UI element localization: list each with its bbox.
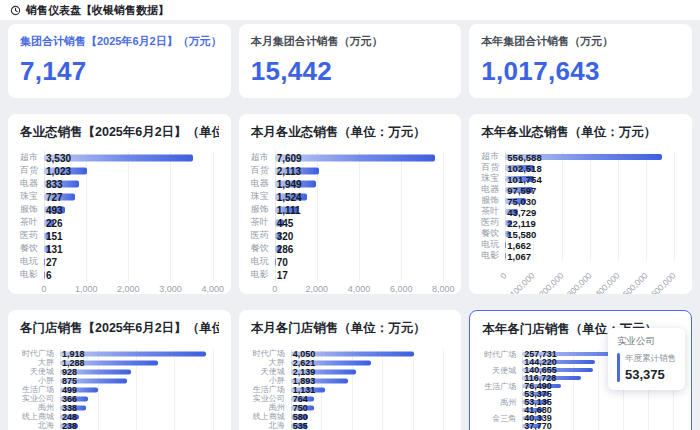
gridline <box>213 349 214 430</box>
bar-value-label: 226 <box>46 217 63 228</box>
kpi-title-year: 本年集团合计销售（万元） <box>481 34 680 49</box>
x-axis-tick: 4,000 <box>348 284 371 294</box>
x-axis-tick: 4,000 <box>201 284 224 294</box>
chart-tooltip: 实业公司 年度累计销售 53,375 <box>608 328 685 390</box>
bar-row: 445 <box>275 216 444 229</box>
bar-value-label: 1,023 <box>46 165 71 176</box>
kpi-card-group-month: 本月集团合计销售（万元） 15,442 <box>239 24 462 98</box>
category-label: 百货 <box>251 164 275 177</box>
bar-value-label: 27 <box>46 256 57 267</box>
bar[interactable] <box>44 271 45 278</box>
bar-row: 27 <box>44 255 213 268</box>
bar-row: 101,754 <box>505 173 674 184</box>
kpi-value-month: 15,442 <box>251 56 450 87</box>
bar-row: 875 <box>60 376 213 385</box>
bar-row: 6 <box>44 268 213 281</box>
bar-value-label: 17 <box>277 269 288 280</box>
bar-value-label: 101,754 <box>507 173 541 184</box>
dashboard-grid: 集团合计销售【2025年6月2日】（万元） 7,147 本月集团合计销售（万元）… <box>0 20 700 430</box>
bar-value-label: 97,597 <box>507 184 536 195</box>
category-label: 百货 <box>20 164 44 177</box>
gridline <box>443 349 444 430</box>
kpi-value-daily: 7,147 <box>20 56 219 87</box>
category-label: 电器 <box>20 177 44 190</box>
bar-value-label: 7,609 <box>277 152 302 163</box>
chart-panel-store-month: 本月各门店销售（单位：万元） 时代广场大胖天使城小胖生活广场实业公司禹州线上商城… <box>239 310 462 430</box>
kpi-card-group-daily: 集团合计销售【2025年6月2日】（万元） 7,147 <box>8 24 231 98</box>
bar-row: 556,588 <box>505 151 674 162</box>
bar-row: 102,518 <box>505 162 674 173</box>
bar-row: 1,662 <box>505 239 674 250</box>
kpi-title-month: 本月集团合计销售（万元） <box>251 34 450 49</box>
bar-value-label: 151 <box>46 230 63 241</box>
x-axis-tick: 8,000 <box>432 284 455 294</box>
x-axis: 0100,000200,000300,000400,000500,000600,… <box>505 261 674 293</box>
bar-value-label: 15,580 <box>507 228 536 239</box>
x-axis-tick: 3,000 <box>159 284 182 294</box>
x-axis-tick: 2,000 <box>306 284 329 294</box>
category-axis: 时代广场大胖天使城小胖生活广场实业公司禹州线上商城北海 <box>20 349 60 430</box>
x-axis: 02,0004,0006,0008,000 <box>275 281 444 294</box>
bar-row: 15,580 <box>505 228 674 239</box>
bar[interactable] <box>275 271 276 278</box>
bar-row: 7,609 <box>275 151 444 164</box>
bar-value-label: 1,524 <box>277 191 302 202</box>
x-axis-tick: 1,000 <box>75 284 98 294</box>
chart-panel-business-daily: 各业态销售【2025年6月2日】（单位：万... 超市百货电器珠宝服饰茶叶医药餐… <box>8 114 231 294</box>
bar-value-label: 1,111 <box>277 204 301 215</box>
category-label: 金三角 <box>482 414 522 422</box>
kpi-card-group-year: 本年集团合计销售（万元） 1,017,643 <box>469 24 692 98</box>
category-axis: 时代广场大胖天使城小胖生活广场实业公司禹州线上商城北海 <box>251 349 291 430</box>
bar-row: 97,597 <box>505 184 674 195</box>
chart-title: 本月各业态销售（单位：万元） <box>251 124 450 141</box>
chart-panel-business-month: 本月各业态销售（单位：万元） 超市百货电器珠宝服饰茶叶医药餐饮电玩电影7,609… <box>239 114 462 294</box>
category-label: 电玩 <box>20 255 44 268</box>
bar-value-label: 131 <box>46 243 63 254</box>
bar-chart: 时代广场大胖天使城小胖生活广场实业公司禹州线上商城北海4,0502,6212,1… <box>251 349 450 430</box>
bar-row: 1,023 <box>44 164 213 177</box>
chart-panel-store-year: 本年各门店销售（单位：万元） 时代广场天使城生活广场禹州金三角金汇257,731… <box>469 310 692 430</box>
chart-title: 各门店销售【2025年6月2日】（单位：万... <box>20 320 219 337</box>
bar-value-label: 70 <box>277 256 288 267</box>
bar-row: 248 <box>60 412 213 421</box>
bar-row: 764 <box>291 394 444 403</box>
x-axis: 01,0002,0003,0004,000 <box>44 281 213 294</box>
plot-area: 556,588102,518101,75497,59775,03043,7292… <box>505 151 674 293</box>
bar-row: 499 <box>60 385 213 394</box>
chart-title: 各业态销售【2025年6月2日】（单位：万... <box>20 124 219 141</box>
bar-value-label: 3,530 <box>46 152 71 163</box>
bar-row: 366 <box>60 394 213 403</box>
x-axis-tick: 0 <box>41 284 46 294</box>
bar[interactable] <box>505 242 506 248</box>
bar-row: 535 <box>291 421 444 430</box>
category-label: 珠宝 <box>251 190 275 203</box>
bar-row: 1,067 <box>505 250 674 261</box>
bar-value-label: 43,729 <box>507 206 536 217</box>
bar-value-label: 1,067 <box>507 250 531 261</box>
bar-row: 338 <box>60 403 213 412</box>
plot-area: 7,6092,1131,9491,5241,111445320286701702… <box>275 151 444 294</box>
category-label: 禹州 <box>482 398 522 406</box>
bar-row: 2,113 <box>275 164 444 177</box>
category-axis: 超市百货电器珠宝服饰茶叶医药餐饮电玩电影 <box>251 151 275 294</box>
bar-row: 580 <box>291 412 444 421</box>
gridline <box>443 151 444 281</box>
bar-row: 286 <box>275 242 444 255</box>
bar[interactable] <box>505 253 506 259</box>
bar-value-label: 493 <box>46 204 63 215</box>
bar-chart: 超市百货电器珠宝服饰茶叶医药餐饮电玩电影3,5301,0238337274932… <box>20 151 219 294</box>
bar-row: 226 <box>44 216 213 229</box>
bar-chart: 超市百货电器珠宝服饰茶叶医药餐饮电玩电影7,6092,1131,9491,524… <box>251 151 450 294</box>
category-label: 餐饮 <box>20 242 44 255</box>
category-label: 电影 <box>20 268 44 281</box>
bar-row: 928 <box>60 367 213 376</box>
category-axis: 时代广场天使城生活广场禹州金三角金汇 <box>482 350 522 430</box>
bar-row: 43,729 <box>505 206 674 217</box>
tooltip-series-marker <box>617 353 620 382</box>
bar-row: 320 <box>275 229 444 242</box>
category-label: 北海 <box>251 421 291 430</box>
plot-area: 3,5301,02383372749322615113127601,0002,0… <box>44 151 213 294</box>
bar-value-label: 2,113 <box>277 165 301 176</box>
bar[interactable] <box>44 258 45 265</box>
plot-area: 4,0502,6212,1391,8931,131764750580535 <box>291 349 444 430</box>
